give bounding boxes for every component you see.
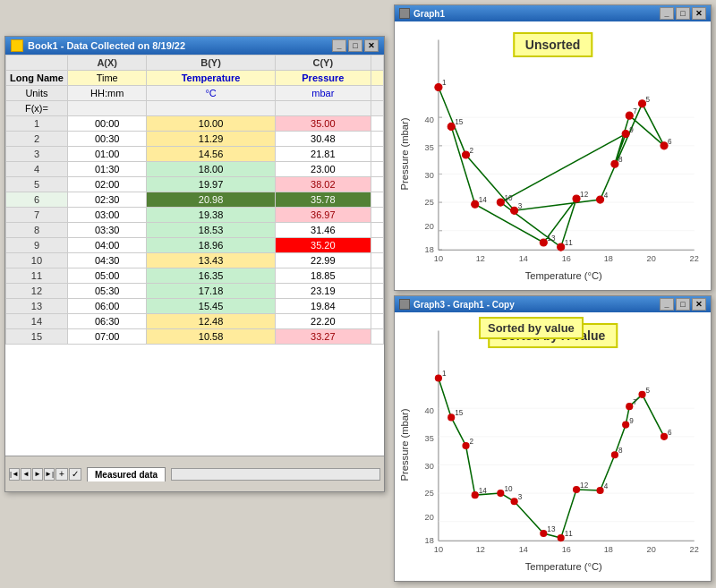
col-header-a[interactable]: A(X) (67, 55, 147, 71)
svg-text:20: 20 (425, 222, 434, 231)
horizontal-scrollbar[interactable] (171, 468, 380, 481)
svg-point-100 (611, 451, 618, 458)
svg-text:10: 10 (504, 485, 513, 493)
close-btn[interactable]: ✕ (364, 39, 379, 52)
col-b-fx (147, 101, 275, 116)
svg-text:18: 18 (604, 545, 613, 554)
g2-maximize[interactable]: □ (676, 298, 690, 311)
cell-2b[interactable]: 11.29 (147, 132, 275, 147)
svg-text:Temperature (°C): Temperature (°C) (525, 270, 602, 281)
cell-1c[interactable]: 35.00 (275, 116, 371, 132)
svg-text:16: 16 (562, 545, 571, 554)
cell-15b[interactable]: 10.58 (147, 329, 275, 345)
cell-11b[interactable]: 16.35 (147, 268, 275, 284)
cell-9b[interactable]: 18.96 (147, 238, 275, 253)
cell-6c[interactable]: 35.78 (275, 192, 371, 208)
g1-close[interactable]: ✕ (692, 7, 706, 20)
cell-5c[interactable]: 38.02 (275, 177, 371, 192)
col-header-b[interactable]: B(Y) (147, 55, 275, 71)
svg-point-34 (596, 196, 603, 203)
scroll-5 (371, 177, 384, 192)
cell-10a[interactable]: 04:30 (67, 253, 147, 268)
cell-11a[interactable]: 05:00 (67, 268, 147, 284)
svg-point-82 (448, 413, 455, 421)
cell-12a[interactable]: 05:30 (67, 284, 147, 299)
svg-text:11: 11 (565, 239, 574, 247)
svg-point-80 (435, 374, 442, 381)
row-num: 14 (6, 314, 68, 329)
row-num: 8 (6, 223, 68, 238)
cell-8c[interactable]: 31.46 (275, 223, 371, 238)
cell-13b[interactable]: 15.45 (147, 299, 275, 314)
tab-add-btn[interactable]: + (55, 468, 68, 481)
svg-text:2: 2 (470, 438, 474, 446)
cell-5b[interactable]: 19.97 (147, 177, 275, 192)
cell-3b[interactable]: 14.56 (147, 147, 275, 162)
cell-4c[interactable]: 23.00 (275, 162, 371, 177)
maximize-btn[interactable]: □ (348, 39, 362, 52)
cell-15a[interactable]: 07:00 (67, 329, 147, 345)
scroll-4 (371, 162, 384, 177)
cell-14b[interactable]: 12.48 (147, 314, 275, 329)
svg-text:6: 6 (668, 138, 672, 146)
table-row: 6 02:30 20.98 35.78 (6, 192, 384, 208)
svg-text:13: 13 (547, 234, 556, 243)
cell-10b[interactable]: 13.43 (147, 253, 275, 268)
tab-prev-btn[interactable]: ◄ (21, 468, 31, 481)
cell-6a[interactable]: 02:30 (67, 192, 147, 208)
cell-12b[interactable]: 17.18 (147, 284, 275, 299)
cell-2a[interactable]: 00:30 (67, 132, 147, 147)
svg-point-84 (462, 442, 469, 449)
scroll-14 (371, 314, 384, 329)
svg-text:12: 12 (476, 545, 485, 554)
cell-13c[interactable]: 19.84 (275, 299, 371, 314)
g2-minimize[interactable]: _ (660, 298, 674, 311)
cell-7b[interactable]: 19.38 (147, 208, 275, 223)
measured-data-tab[interactable]: Measured data (87, 467, 166, 481)
svg-text:18: 18 (425, 536, 434, 545)
cell-3a[interactable]: 01:00 (67, 147, 147, 162)
cell-1a[interactable]: 00:00 (67, 116, 147, 132)
col-c-longname: Pressure (275, 71, 371, 86)
g1-minimize[interactable]: _ (660, 7, 674, 20)
svg-text:8: 8 (618, 447, 623, 455)
svg-text:8: 8 (618, 156, 623, 164)
minimize-btn[interactable]: _ (332, 39, 346, 52)
cell-4b[interactable]: 18.00 (147, 162, 275, 177)
tab-first-btn[interactable]: |◄ (9, 468, 20, 481)
cell-12c[interactable]: 23.19 (275, 284, 371, 299)
cell-8b[interactable]: 18.53 (147, 223, 275, 238)
cell-4a[interactable]: 01:30 (67, 162, 147, 177)
cell-7c[interactable]: 36.97 (275, 208, 371, 223)
cell-15c[interactable]: 33.27 (275, 329, 371, 345)
cell-14a[interactable]: 06:30 (67, 314, 147, 329)
graph2-controls[interactable]: _ □ ✕ (660, 298, 706, 311)
cell-5a[interactable]: 02:00 (67, 177, 147, 192)
cell-14c[interactable]: 22.20 (275, 314, 371, 329)
unsorted-label: Unsorted (513, 32, 592, 57)
tab-check-btn[interactable]: ✓ (69, 468, 81, 481)
svg-text:20: 20 (647, 545, 656, 554)
cell-7a[interactable]: 03:00 (67, 208, 147, 223)
cell-8a[interactable]: 03:30 (67, 223, 147, 238)
svg-point-92 (540, 530, 547, 537)
cell-1b[interactable]: 10.00 (147, 116, 275, 132)
graph1-controls[interactable]: _ □ ✕ (660, 7, 706, 20)
cell-10c[interactable]: 22.99 (275, 253, 371, 268)
cell-2c[interactable]: 30.48 (275, 132, 371, 147)
cell-13a[interactable]: 06:00 (67, 299, 147, 314)
tab-next-btn[interactable]: ► (32, 468, 43, 481)
svg-point-52 (540, 239, 547, 246)
svg-text:12: 12 (580, 191, 589, 199)
col-header-c[interactable]: C(Y) (275, 55, 371, 71)
cell-11c[interactable]: 18.85 (275, 268, 371, 284)
window-controls[interactable]: _ □ ✕ (332, 39, 379, 52)
cell-6b[interactable]: 20.98 (147, 192, 275, 208)
g2-close[interactable]: ✕ (692, 298, 706, 311)
cell-9a[interactable]: 04:00 (67, 238, 147, 253)
tab-last-btn[interactable]: ►| (44, 468, 55, 481)
g1-maximize[interactable]: □ (676, 7, 690, 20)
scroll-longname (371, 71, 384, 86)
cell-3c[interactable]: 21.81 (275, 147, 371, 162)
cell-9c[interactable]: 35.20 (275, 238, 371, 253)
